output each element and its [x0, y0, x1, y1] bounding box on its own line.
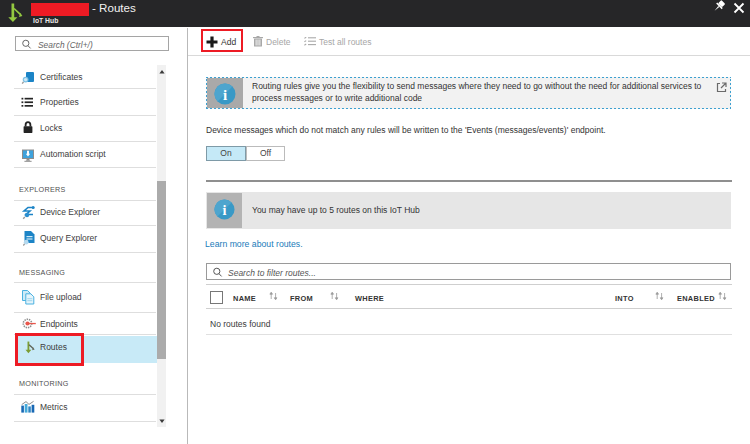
svg-text:i: i	[223, 86, 227, 102]
svg-text:i: i	[222, 202, 226, 218]
